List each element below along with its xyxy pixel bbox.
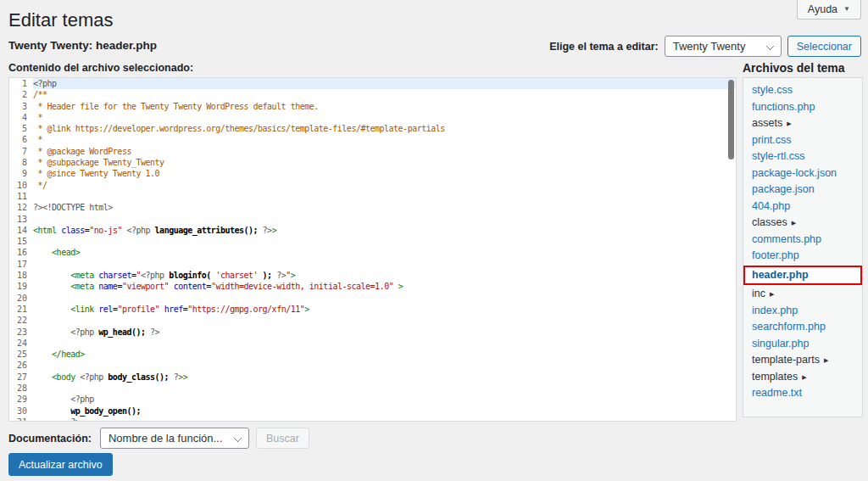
file-link[interactable]: print.css — [752, 134, 792, 146]
file-link[interactable]: footer.php — [752, 249, 799, 261]
theme-files-heading: Archivos del tema — [743, 61, 863, 75]
theme-file-current-header.php[interactable]: header.php — [743, 266, 862, 286]
theme-file-style.css[interactable]: style.css — [743, 82, 862, 99]
update-file-button[interactable]: Actualizar archivo — [8, 453, 113, 476]
code-line[interactable]: 2/** — [9, 89, 736, 100]
select-theme-button[interactable]: Seleccionar — [787, 36, 861, 57]
function-lookup-select[interactable]: Nombre de la función... — [100, 428, 249, 449]
code-text: <head> — [33, 247, 736, 258]
file-link[interactable]: package.json — [752, 183, 815, 195]
code-text: * @link https://developer.wordpress.org/… — [33, 123, 736, 134]
theme-file-print.css[interactable]: print.css — [743, 132, 862, 149]
code-line[interactable]: 25 </head> — [9, 349, 736, 360]
code-text — [33, 191, 736, 202]
theme-file-package-lock.json[interactable]: package-lock.json — [743, 165, 862, 182]
theme-file-readme.txt[interactable]: readme.txt — [743, 385, 862, 402]
code-text: * @subpackage Twenty_Twenty — [33, 157, 736, 168]
theme-file-footer.php[interactable]: footer.php — [743, 248, 862, 265]
line-number: 16 — [9, 247, 33, 258]
file-link[interactable]: style-rtl.css — [752, 150, 805, 162]
code-text — [33, 293, 736, 304]
file-link[interactable]: singular.php — [752, 338, 809, 350]
code-line[interactable]: 24 — [9, 338, 736, 349]
line-number: 22 — [9, 315, 33, 326]
code-line[interactable]: 18 <meta charset="<?php bloginfo( 'chars… — [9, 270, 736, 281]
file-link[interactable]: index.php — [752, 305, 798, 316]
line-number: 5 — [9, 123, 33, 134]
code-line[interactable]: 12?><!DOCTYPE html> — [9, 202, 736, 213]
code-line[interactable]: 27 <body <?php body_class(); ?>> — [9, 372, 736, 383]
code-line[interactable]: 11 — [9, 191, 736, 202]
editor-scrollbar-thumb[interactable] — [728, 80, 734, 159]
theme-folder-templates[interactable]: templates▶ — [743, 369, 862, 386]
theme-file-searchform.php[interactable]: searchform.php — [743, 319, 862, 336]
code-line[interactable]: 14<html class="no-js" <?php language_att… — [9, 225, 736, 236]
file-link[interactable]: searchform.php — [752, 321, 826, 333]
code-line[interactable]: 31 ?> — [9, 417, 736, 422]
theme-file-style-rtl.css[interactable]: style-rtl.css — [743, 148, 862, 165]
code-text: <meta name="viewport" content="width=dev… — [33, 281, 736, 292]
file-link[interactable]: style.css — [752, 84, 793, 96]
line-number: 31 — [9, 417, 33, 422]
code-line[interactable]: 30 wp_body_open(); — [9, 405, 736, 417]
file-link[interactable]: functions.php — [752, 101, 815, 113]
file-link[interactable]: header.php — [752, 269, 809, 281]
chevron-down-icon: ▼ — [843, 6, 850, 13]
code-line[interactable]: 13 — [9, 214, 736, 225]
file-link[interactable]: comments.php — [752, 233, 821, 245]
code-line[interactable]: 6 * — [9, 134, 736, 145]
line-number: 28 — [9, 383, 33, 394]
theme-file-functions.php[interactable]: functions.php — [743, 99, 862, 116]
theme-folder-assets[interactable]: assets▶ — [743, 115, 862, 132]
page-title: Editar temas — [8, 9, 114, 31]
file-link[interactable]: 404.php — [752, 200, 790, 212]
theme-file-singular.php[interactable]: singular.php — [743, 336, 862, 353]
line-number: 14 — [9, 225, 33, 236]
code-text: <?php — [33, 394, 736, 405]
file-link[interactable]: readme.txt — [752, 387, 802, 399]
code-line[interactable]: 16 <head> — [9, 247, 736, 258]
code-line[interactable]: 28 — [9, 383, 736, 394]
code-line[interactable]: 20 — [9, 293, 736, 304]
theme-select[interactable]: Twenty Twenty — [665, 36, 782, 57]
theme-file-404.php[interactable]: 404.php — [743, 199, 862, 215]
code-line[interactable]: 1<?php — [9, 78, 736, 89]
code-line[interactable]: 9 * @since Twenty Twenty 1.0 — [9, 168, 736, 179]
code-line[interactable]: 5 * @link https://developer.wordpress.or… — [9, 123, 736, 134]
code-line[interactable]: 26 — [9, 360, 736, 371]
code-line[interactable]: 7 * @package WordPress — [9, 146, 736, 157]
theme-file-package.json[interactable]: package.json — [743, 182, 862, 199]
file-link[interactable]: package-lock.json — [752, 167, 837, 179]
code-line[interactable]: 10 */ — [9, 180, 736, 191]
code-line[interactable]: 3 * Header file for the Twenty Twenty Wo… — [9, 101, 736, 112]
code-editor[interactable]: 1<?php2/**3 * Header file for the Twenty… — [8, 77, 737, 422]
theme-file-comments.php[interactable]: comments.php — [743, 232, 862, 249]
theme-folder-template-parts[interactable]: template-parts▶ — [743, 352, 862, 369]
code-line[interactable]: 4 * — [9, 112, 736, 123]
help-button[interactable]: Ayuda ▼ — [797, 0, 861, 20]
code-line[interactable]: 17 — [9, 259, 736, 270]
code-text: <html class="no-js" <?php language_attri… — [33, 225, 736, 236]
code-line[interactable]: 22 — [9, 315, 736, 326]
theme-chooser-label: Elige el tema a editar: — [549, 41, 659, 53]
code-line[interactable]: 15 — [9, 236, 736, 247]
theme-file-index.php[interactable]: index.php — [743, 303, 862, 320]
code-line[interactable]: 19 <meta name="viewport" content="width=… — [9, 281, 736, 292]
code-line[interactable]: 21 <link rel="profile" href="https://gmp… — [9, 304, 736, 315]
code-line[interactable]: 23 <?php wp_head(); ?> — [9, 327, 736, 338]
code-line[interactable]: 8 * @subpackage Twenty_Twenty — [9, 157, 736, 168]
folder-expand-icon: ▶ — [770, 291, 774, 297]
code-text — [33, 214, 736, 225]
line-number: 21 — [9, 304, 33, 315]
code-line[interactable]: 29 <?php — [9, 394, 736, 405]
line-number: 23 — [9, 327, 33, 338]
lookup-button[interactable]: Buscar — [256, 428, 309, 449]
theme-folder-classes[interactable]: classes▶ — [743, 215, 862, 232]
chevron-down-icon — [765, 42, 774, 51]
code-text: wp_body_open(); — [33, 405, 736, 417]
documentation-row: Documentación: Nombre de la función... B… — [8, 428, 309, 449]
theme-folder-inc[interactable]: inc▶ — [743, 286, 862, 303]
code-text: ?><!DOCTYPE html> — [33, 202, 736, 213]
folder-label: inc — [752, 288, 765, 299]
line-number: 18 — [9, 270, 33, 281]
